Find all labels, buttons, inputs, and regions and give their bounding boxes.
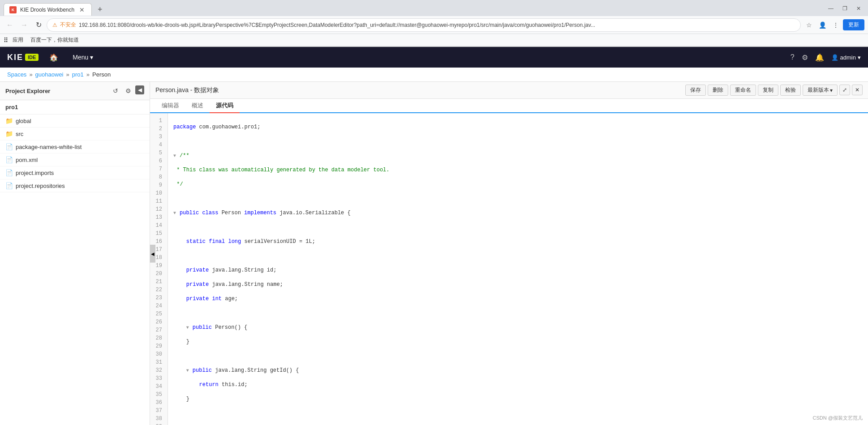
window-close-btn[interactable]: ✕	[853, 4, 864, 13]
code-line-5: */	[173, 180, 863, 188]
sidebar-settings-btn[interactable]: ⚙	[123, 85, 133, 96]
code-editor[interactable]: 1 2 3 4 5 6 7 8 9 10 11 12 13 14 15 16 1	[150, 113, 868, 425]
menu-btn[interactable]: Menu ▾	[69, 52, 97, 63]
tree-item-label-package-names: package-names-white-list	[16, 144, 116, 150]
editor-tabs: 编辑器 概述 源代码	[150, 99, 868, 113]
home-btn[interactable]: 🏠	[46, 51, 62, 64]
user-btn[interactable]: 👤 admin ▾	[831, 54, 861, 61]
src-more-icon[interactable]: ⋮	[136, 130, 144, 138]
expand-btn[interactable]: ⤢	[839, 85, 850, 95]
bookmark-apps-label: 应用	[13, 36, 23, 44]
file-icon-project-imports: 📄	[5, 169, 13, 176]
fold-arrow-7[interactable]: ▼	[173, 209, 180, 217]
pkg-edit-icon[interactable]: ✏	[127, 143, 135, 151]
nav-actions: ☆ 👤 ⋮ 更新	[803, 19, 864, 31]
tab-close-btn[interactable]: ✕	[78, 6, 86, 14]
bookmark-btn[interactable]: ☆	[803, 19, 815, 31]
new-tab-btn[interactable]: +	[94, 3, 106, 16]
imports-copy-icon[interactable]: ⊕	[118, 169, 126, 177]
save-btn[interactable]: 保存	[685, 85, 706, 96]
watermark: CSDN @假装文艺范儿	[813, 415, 863, 421]
line-num-21: 21	[152, 278, 166, 286]
breadcrumb-person: Person	[92, 71, 111, 78]
sidebar-refresh-btn[interactable]: ↺	[110, 85, 121, 96]
fold-arrow-3[interactable]: ▼	[173, 152, 180, 160]
tree-item-global[interactable]: 📁 global ⊕ ✏ ✕ ⋮	[0, 115, 150, 128]
repos-delete-icon[interactable]: ✕	[136, 182, 144, 190]
imports-edit-icon[interactable]: ✏	[127, 169, 135, 177]
line-num-27: 27	[152, 326, 166, 334]
tab-source-code[interactable]: 源代码	[210, 99, 240, 113]
global-edit-icon[interactable]: ✏	[118, 117, 126, 125]
code-content[interactable]: package com.guohaowei.pro1; ▼/** * This …	[168, 113, 868, 425]
sidebar-collapse-handle[interactable]: ◀	[150, 245, 155, 263]
breadcrumb-pro1[interactable]: pro1	[72, 71, 84, 78]
copy-btn[interactable]: 复制	[758, 85, 778, 96]
rename-btn[interactable]: 重命名	[730, 85, 756, 96]
profile-btn[interactable]: 👤	[816, 19, 829, 31]
user-icon: 👤	[831, 54, 838, 61]
line-num-6: 6	[152, 157, 166, 165]
tab-editor[interactable]: 编辑器	[155, 99, 185, 113]
repos-edit-icon[interactable]: ✏	[127, 182, 135, 190]
kie-text: KIE	[7, 53, 23, 62]
line-num-24: 24	[152, 302, 166, 310]
help-icon[interactable]: ?	[791, 53, 795, 61]
breadcrumb-sep-2: »	[66, 71, 69, 78]
code-line-6	[173, 195, 863, 203]
sidebar-content[interactable]: 📁 global ⊕ ✏ ✕ ⋮ 📁 src ⊕ ⋮	[0, 115, 150, 425]
fold-arrow-18[interactable]: ▼	[186, 367, 193, 375]
browser-tab[interactable]: K KIE Drools Workbench ✕	[4, 3, 92, 16]
sidebar-collapse-btn[interactable]: ◀	[135, 85, 144, 94]
line-num-5: 5	[152, 149, 166, 157]
settings-icon[interactable]: ⚙	[802, 53, 808, 62]
validate-btn[interactable]: 检验	[780, 85, 801, 96]
latest-version-btn[interactable]: 最新版本 ▾	[803, 85, 838, 96]
delete-btn[interactable]: 删除	[708, 85, 728, 96]
code-line-16: }	[173, 338, 863, 346]
global-copy-icon[interactable]: ⊕	[109, 117, 117, 125]
line-num-22: 22	[152, 286, 166, 294]
forward-btn[interactable]: →	[18, 19, 30, 31]
pkg-delete-icon[interactable]: ✕	[136, 143, 144, 151]
sidebar-title: Project Explorer	[5, 88, 110, 94]
window-maximize-btn[interactable]: ❐	[839, 4, 851, 13]
pom-copy-icon[interactable]: ⊕	[136, 156, 144, 164]
fold-arrow-15[interactable]: ▼	[186, 324, 193, 332]
file-icon-project-repos: 📄	[5, 182, 13, 189]
code-line-2	[173, 137, 863, 145]
pkg-copy-icon[interactable]: ⊕	[118, 143, 126, 151]
repos-copy-icon[interactable]: ⊕	[118, 182, 126, 190]
imports-delete-icon[interactable]: ✕	[136, 169, 144, 177]
tab-title: KIE Drools Workbench	[20, 7, 74, 13]
tree-item-src[interactable]: 📁 src ⊕ ⋮	[0, 128, 150, 140]
breadcrumb-guohaowei[interactable]: guohaowei	[35, 71, 64, 78]
bookmark-apps[interactable]: 应用	[10, 35, 26, 45]
editor-toolbar: Person.java - 数据对象 保存 删除 重命名 复制 检验 最新版本 …	[150, 82, 868, 99]
global-more-icon[interactable]: ⋮	[136, 117, 144, 125]
code-line-12: private java.lang.String name;	[173, 280, 863, 289]
tree-item-package-names[interactable]: 📄 package-names-white-list ⊕ ✏ ✕	[0, 140, 150, 153]
global-delete-icon[interactable]: ✕	[127, 117, 135, 125]
breadcrumb-spaces[interactable]: Spaces	[7, 71, 26, 78]
close-editor-btn[interactable]: ✕	[852, 85, 863, 95]
breadcrumb-sep-1: »	[29, 71, 32, 78]
tree-item-pom[interactable]: 📄 pom.xml ⊕	[0, 153, 150, 166]
back-btn[interactable]: ←	[4, 19, 16, 31]
code-line-1: package com.guohaowei.pro1;	[173, 123, 863, 131]
bookmark-baidu[interactable]: 百度一下，你就知道	[28, 35, 82, 45]
window-minimize-btn[interactable]: —	[825, 4, 837, 13]
more-btn[interactable]: ⋮	[829, 19, 842, 31]
editor-title: Person.java - 数据对象	[155, 86, 219, 94]
update-btn[interactable]: 更新	[843, 19, 864, 30]
menu-chevron-icon: ▾	[90, 54, 93, 61]
tab-overview[interactable]: 概述	[185, 99, 210, 113]
address-bar[interactable]: ⚠ 不安全 192.168.86.101:8080/drools-wb/kie-…	[47, 18, 801, 32]
tree-item-project-imports[interactable]: 📄 project.imports ⊕ ✏ ✕	[0, 166, 150, 179]
src-copy-icon[interactable]: ⊕	[127, 130, 135, 138]
tree-item-project-repos[interactable]: 📄 project.repositories ⊕ ✏ ✕	[0, 179, 150, 192]
bookmark-baidu-label: 百度一下，你就知道	[30, 36, 79, 44]
reload-btn[interactable]: ↻	[32, 19, 45, 31]
notification-icon[interactable]: 🔔	[815, 53, 824, 62]
code-line-7: ▼public class Person implements java.io.…	[173, 209, 863, 217]
